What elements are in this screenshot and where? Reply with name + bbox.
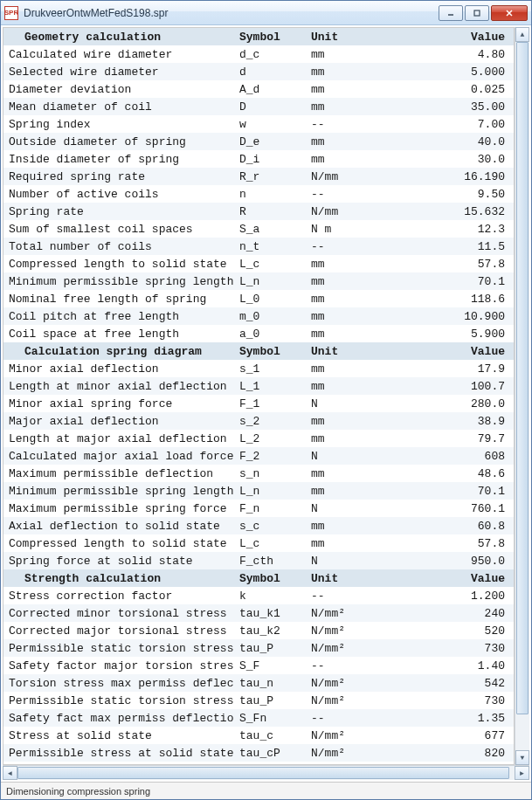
hscroll-track[interactable] [17, 766, 515, 780]
cell-symbol: tau_P [234, 692, 306, 709]
table-row[interactable]: Spring force at solid stateF_cthN950.0 [3, 552, 514, 569]
cell-unit: mm [306, 272, 369, 290]
window-title: DrukveerOntwMetFedS198.spr [24, 7, 439, 19]
table-row[interactable]: Length at major axial deflectionL_2mm79.… [3, 430, 514, 447]
cell-value: 17.9 [369, 360, 514, 377]
table-row[interactable]: Axial deflection to solid states_cmm60.8 [3, 517, 514, 534]
cell-value: 15.632 [369, 203, 514, 220]
cell-desc: Stress at solid state [3, 727, 234, 744]
cell-value: 70.1 [369, 272, 514, 290]
table-row[interactable]: Total number of coilsn_t--11.5 [3, 238, 514, 255]
window-buttons [439, 5, 528, 21]
table-row[interactable]: Permissible static torsion stresstau_PN/… [3, 692, 514, 709]
cell-unit: mm [306, 430, 369, 447]
table-row[interactable]: Compressed length to solid stateL_cmm57.… [3, 255, 514, 272]
scroll-up-button[interactable]: ▲ [515, 27, 529, 42]
table-row[interactable]: Diameter deviationA_dmm0.025 [3, 80, 514, 98]
table-row[interactable]: Minor axial deflections_1mm17.9 [3, 360, 514, 377]
cell-symbol: D_i [234, 150, 306, 168]
table-row[interactable]: Coil space at free lengtha_0mm5.900 [3, 325, 514, 342]
cell-symbol: s_c [234, 517, 306, 534]
table-row[interactable]: Safety fact max permiss deflectionS_Fn--… [3, 709, 514, 727]
table-row[interactable]: Stress correction factork--1.200 [3, 587, 514, 604]
cell-value: 57.8 [369, 255, 514, 272]
cell-value: 1.35 [369, 709, 514, 727]
cell-desc: Minimum permissible spring length [3, 482, 234, 500]
table-row[interactable]: Selected wire diameterdmm5.000 [3, 63, 514, 80]
cell-value: 0.025 [369, 80, 514, 98]
cell-desc: Maximum permissible spring force [3, 500, 234, 517]
table-row[interactable]: Coil pitch at free lengthm_0mm10.900 [3, 307, 514, 325]
scroll-right-button[interactable]: ► [515, 766, 529, 780]
results-table: Geometry calculationSymbolUnitValueCalcu… [3, 28, 514, 762]
table-row[interactable]: Spring rateRN/mm15.632 [3, 203, 514, 220]
table-row[interactable]: Sum of smallest coil spacesS_aN m12.3 [3, 220, 514, 238]
table-row[interactable]: Compressed length to solid stateL_cmm57.… [3, 534, 514, 552]
cell-value: 950.0 [369, 552, 514, 569]
table-row[interactable]: Stress at solid statetau_cN/mm²677 [3, 727, 514, 744]
vertical-scrollbar[interactable]: ▲ ▼ [515, 27, 529, 765]
vscroll-track[interactable] [515, 42, 529, 750]
cell-unit: -- [306, 587, 369, 604]
cell-unit: -- [306, 115, 369, 133]
cell-value: 760.1 [369, 500, 514, 517]
table-row[interactable]: Mean diameter of coilDmm35.00 [3, 98, 514, 115]
col-symbol-header: Symbol [234, 28, 306, 45]
table-row[interactable]: Spring indexw--7.00 [3, 115, 514, 133]
cell-value: 4.80 [369, 45, 514, 63]
table-row[interactable]: Minimum permissible spring lengthL_nmm70… [3, 482, 514, 500]
table-row[interactable]: Minimum permissible spring lengthL_nmm70… [3, 272, 514, 290]
minimize-button[interactable] [439, 5, 463, 21]
cell-unit: mm [306, 482, 369, 500]
table-row[interactable]: Maximum permissible deflections_nmm48.6 [3, 465, 514, 482]
app-icon: SPR [4, 6, 18, 20]
cell-symbol: F_cth [234, 552, 306, 569]
vscroll-thumb[interactable] [516, 42, 529, 714]
table-row[interactable]: Major axial deflections_2mm38.9 [3, 412, 514, 430]
scroll-left-button[interactable]: ◄ [3, 766, 17, 780]
scroll-area: Geometry calculationSymbolUnitValueCalcu… [3, 27, 529, 765]
cell-symbol: R_r [234, 168, 306, 185]
table-row[interactable]: Length at minor axial deflectionL_1mm100… [3, 377, 514, 395]
scroll-down-button[interactable]: ▼ [515, 750, 529, 765]
table-row[interactable]: Required spring rateR_rN/mm16.190 [3, 168, 514, 185]
cell-value: 35.00 [369, 98, 514, 115]
table-row[interactable]: Safety factor major torsion stressS_F--1… [3, 657, 514, 674]
svg-rect-1 [474, 10, 480, 16]
cell-unit: mm [306, 290, 369, 307]
col-unit-header: Unit [306, 28, 369, 45]
maximize-button[interactable] [465, 5, 489, 21]
cell-desc: Safety factor major torsion stress [3, 657, 234, 674]
close-button[interactable] [491, 5, 528, 21]
hscroll-thumb[interactable] [17, 767, 509, 779]
table-row[interactable]: Permissible stress at solid statetau_cPN… [3, 744, 514, 762]
cell-unit: N/mm² [306, 622, 369, 639]
cell-unit: mm [306, 150, 369, 168]
table-row[interactable]: Torsion stress max permiss deflecttau_nN… [3, 674, 514, 692]
table-row[interactable]: Inside diameter of springD_imm30.0 [3, 150, 514, 168]
cell-desc: Minor axial spring force [3, 395, 234, 412]
table-row[interactable]: Number of active coilsn--9.50 [3, 185, 514, 203]
cell-unit: N m [306, 220, 369, 238]
cell-desc: Axial deflection to solid state [3, 517, 234, 534]
horizontal-scrollbar[interactable]: ◄ ► [3, 765, 529, 780]
table-row[interactable]: Corrected major torsional stresstau_k2N/… [3, 622, 514, 639]
table-row[interactable]: Calculated major axial load forceF_2N608 [3, 447, 514, 465]
cell-symbol: L_2 [234, 430, 306, 447]
table-row[interactable]: Maximum permissible spring forceF_nN760.… [3, 500, 514, 517]
table-row[interactable]: Nominal free length of springL_0mm118.6 [3, 290, 514, 307]
table-row[interactable]: Permissible static torsion stresstau_PN/… [3, 639, 514, 657]
cell-symbol: D_e [234, 133, 306, 150]
cell-value: 12.3 [369, 220, 514, 238]
cell-unit: mm [306, 255, 369, 272]
table-row[interactable]: Outside diameter of springD_emm40.0 [3, 133, 514, 150]
cell-desc: Mean diameter of coil [3, 98, 234, 115]
table-row[interactable]: Corrected minor torsional stresstau_k1N/… [3, 604, 514, 622]
cell-desc: Torsion stress max permiss deflect [3, 674, 234, 692]
cell-unit: N/mm [306, 168, 369, 185]
section-header: Geometry calculationSymbolUnitValue [3, 28, 514, 45]
cell-desc: Inside diameter of spring [3, 150, 234, 168]
cell-unit: N/mm² [306, 744, 369, 762]
table-row[interactable]: Calculated wire diameterd_cmm4.80 [3, 45, 514, 63]
table-row[interactable]: Minor axial spring forceF_1N280.0 [3, 395, 514, 412]
